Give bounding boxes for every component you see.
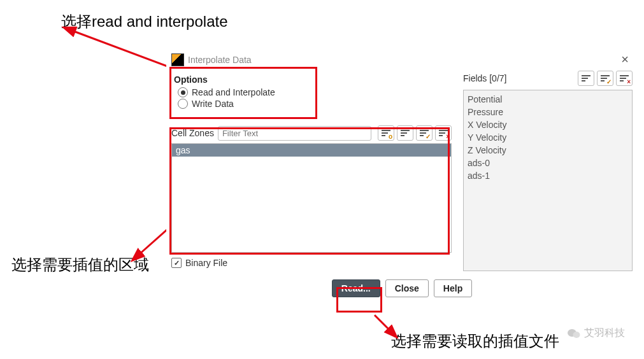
titlebar: Interpolate Data × [166, 51, 638, 71]
list-item[interactable]: gas [172, 144, 451, 157]
radio-icon [178, 87, 188, 97]
dialog-title: Interpolate Data [188, 55, 252, 65]
svg-point-4 [573, 332, 580, 338]
radio-label: Write Data [192, 99, 234, 109]
fields-deselect-button[interactable]: × [616, 71, 633, 86]
fields-list[interactable]: Potential Pressure X Velocity Y Velocity… [463, 90, 633, 271]
close-icon[interactable]: × [617, 52, 633, 67]
read-button[interactable]: Read... [332, 279, 380, 297]
list-item[interactable]: X Velocity [468, 118, 628, 131]
close-button[interactable]: Close [385, 279, 429, 297]
annotation-left: 选择需要插值的区域 [11, 255, 149, 275]
help-button[interactable]: Help [434, 279, 472, 297]
watermark-text: 艾羽科技 [584, 327, 625, 340]
cellzones-filter-input[interactable] [218, 126, 371, 141]
select-all-button[interactable] [397, 125, 413, 141]
svg-line-0 [72, 31, 169, 67]
checkbox-label: Binary File [185, 258, 227, 268]
checkbox-icon: ✓ [171, 258, 182, 268]
list-item[interactable]: Potential [468, 93, 628, 106]
fields-label: Fields [0/7] [463, 73, 506, 83]
list-item[interactable]: ads-1 [468, 169, 628, 182]
list-item[interactable]: Z Velocity [468, 144, 628, 157]
sort-button[interactable]: о [378, 125, 394, 141]
deselect-button[interactable]: × [435, 125, 452, 141]
arrow-bottom [371, 312, 397, 337]
button-bar: Read... Close Help [166, 271, 638, 304]
fields-select-checked-button[interactable]: ✓ [597, 71, 613, 86]
radio-label: Read and Interpolate [192, 87, 275, 97]
binary-file-checkbox[interactable]: ✓ Binary File [171, 258, 452, 268]
svg-line-2 [375, 315, 390, 331]
list-item[interactable]: ads-0 [468, 157, 628, 169]
cellzones-label: Cell Zones [171, 128, 214, 138]
annotation-bottom: 选择需要读取的插值文件 [391, 331, 559, 351]
radio-write-data[interactable]: Write Data [178, 99, 320, 109]
radio-read-interpolate[interactable]: Read and Interpolate [178, 87, 320, 97]
arrow-top [67, 25, 175, 70]
radio-icon [178, 99, 188, 109]
app-icon [171, 53, 184, 66]
cellzones-list[interactable]: gas [171, 143, 452, 253]
list-item[interactable]: Y Velocity [468, 131, 628, 144]
wechat-icon [568, 328, 580, 339]
options-heading: Options [174, 74, 320, 85]
list-item[interactable]: Pressure [468, 106, 628, 118]
options-group: Options Read and Interpolate Write Data [171, 71, 326, 115]
select-checked-button[interactable]: ✓ [416, 125, 433, 141]
interpolate-dialog: Interpolate Data × Options Read and Inte… [166, 51, 638, 304]
watermark: 艾羽科技 [568, 327, 625, 340]
fields-select-all-button[interactable] [578, 71, 594, 86]
